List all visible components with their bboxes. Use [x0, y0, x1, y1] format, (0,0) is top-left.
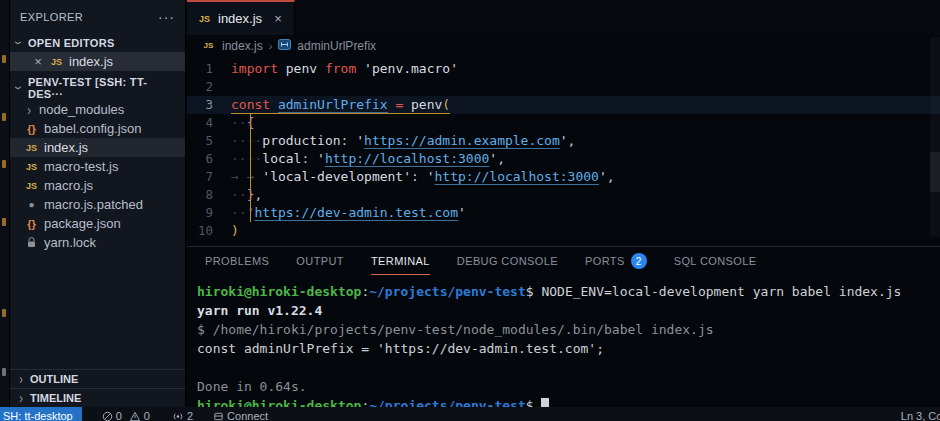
vscode-window: EXPLORER ··· › OPEN EDITORS ×JSindex.js … [0, 0, 940, 421]
close-icon[interactable]: × [32, 54, 44, 69]
line-number: 3 [187, 96, 231, 114]
file-item[interactable]: {}babel.config.json [10, 119, 185, 138]
breadcrumb-file[interactable]: index.js [222, 39, 263, 53]
panel-tab-ports[interactable]: PORTS2 [585, 247, 647, 275]
decoration-mark [2, 368, 6, 376]
file-item[interactable]: yarn.lock [10, 233, 185, 252]
js-file-icon: JS [49, 57, 64, 67]
bottom-panel: PROBLEMSOUTPUTTERMINALDEBUG CONSOLEPORTS… [187, 246, 940, 407]
decoration-mark [2, 55, 6, 63]
panel-tab-output[interactable]: OUTPUT [296, 247, 344, 275]
outline-section[interactable]: › OUTLINE [10, 369, 185, 388]
lock-icon [24, 237, 39, 248]
more-actions-icon[interactable]: ··· [158, 9, 175, 25]
project-section-header[interactable]: › PENV-TEST [SSH: TT-DES··· [10, 79, 185, 97]
line-number: 9 [187, 204, 231, 222]
open-editors-header[interactable]: › OPEN EDITORS [10, 34, 185, 52]
line-number: 6 [187, 150, 231, 168]
chevron-right-icon: › [16, 390, 26, 406]
code-line[interactable]: 10) [187, 222, 940, 240]
editor-tab-bar: JS index.js × [187, 0, 940, 35]
warning-count: 0 [144, 410, 150, 421]
tab-index-js[interactable]: JS index.js × [187, 0, 295, 35]
terminal-line: const adminUrlPrefix = 'https://dev-admi… [197, 339, 940, 358]
file-item[interactable]: JSindex.js [10, 138, 185, 157]
file-label: macro-test.js [44, 159, 118, 174]
panel-tab-terminal[interactable]: TERMINAL [371, 247, 430, 275]
file-item[interactable]: ●macro.js.patched [10, 195, 185, 214]
json-file-icon: {} [24, 123, 39, 135]
code-line[interactable]: 9··'https://dev-admin.test.com' [187, 204, 940, 222]
code-line[interactable]: 5····production: 'https://admin.example.… [187, 132, 940, 150]
terminal-line: hiroki@hiroki-desktop:~/projects/penv-te… [197, 282, 940, 301]
file-item[interactable]: ›node_modules [10, 100, 185, 119]
explorer-sidebar: EXPLORER ··· › OPEN EDITORS ×JSindex.js … [10, 0, 186, 407]
code-line[interactable]: 8··}, [187, 186, 940, 204]
terminal-line [197, 358, 940, 377]
breadcrumb-symbol[interactable]: adminUrlPrefix [297, 39, 376, 53]
dot-file-icon: ● [24, 199, 39, 210]
cursor-position-indicator[interactable]: Ln 3, Col 1 [901, 410, 940, 421]
js-file-icon: JS [24, 143, 39, 153]
code-line[interactable]: 4··{ [187, 114, 940, 132]
terminal[interactable]: hiroki@hiroki-desktop:~/projects/penv-te… [187, 275, 940, 415]
radio-tower-icon [172, 411, 184, 421]
error-count: 0 [116, 410, 122, 421]
remote-ssh-indicator[interactable]: SH: tt-desktop [0, 407, 82, 421]
forwarded-ports-indicator[interactable]: 2 [166, 407, 199, 421]
file-label: index.js [44, 140, 88, 155]
panel-tab-sql-console[interactable]: SQL CONSOLE [674, 247, 757, 275]
file-label: package.json [44, 216, 121, 231]
timeline-section[interactable]: › TIMELINE [10, 388, 185, 407]
file-label: macro.js.patched [44, 197, 143, 212]
file-tree: ›node_modules{}babel.config.jsonJSindex.… [10, 100, 185, 252]
chevron-right-icon: › [16, 371, 26, 387]
file-item[interactable]: JSmacro.js [10, 176, 185, 195]
json-file-icon: {} [24, 218, 39, 230]
file-item[interactable]: JSmacro-test.js [10, 157, 185, 176]
close-icon[interactable]: × [272, 11, 284, 26]
project-label: PENV-TEST [SSH: TT-DES··· [28, 76, 181, 100]
panel-tab-debug-console[interactable]: DEBUG CONSOLE [457, 247, 558, 275]
open-editor-label: index.js [69, 54, 113, 69]
problems-indicator[interactable]: 0 0 [96, 407, 156, 421]
symbol-variable-icon [278, 39, 291, 53]
file-label: macro.js [44, 178, 93, 193]
sidebar-bottom-sections: › OUTLINE › TIMELINE [10, 369, 185, 407]
ports-badge: 2 [631, 253, 647, 269]
sidebar-header: EXPLORER ··· [10, 0, 185, 34]
code-line[interactable]: 6····local: 'http://localhost:3000', [187, 150, 940, 168]
open-editor-item[interactable]: ×JSindex.js [10, 52, 185, 71]
decoration-mark [2, 160, 6, 168]
line-number: 1 [187, 60, 231, 78]
error-icon [102, 411, 113, 421]
decoration-mark [2, 218, 6, 226]
terminal-line: $ /home/hiroki/projects/penv-test/node_m… [197, 320, 940, 339]
chevron-down-icon: › [11, 83, 27, 93]
code-editor[interactable]: 1import penv from 'penv.macro'23const ad… [187, 56, 940, 240]
outline-label: OUTLINE [30, 373, 78, 385]
open-editors-label: OPEN EDITORS [28, 37, 115, 49]
chevron-right-icon: › [269, 40, 273, 52]
code-line[interactable]: 7→ → 'local-development': 'http://localh… [187, 168, 940, 186]
tab-label: index.js [218, 11, 266, 26]
file-item[interactable]: {}package.json [10, 214, 185, 233]
editor-scrollbar[interactable] [930, 37, 940, 237]
js-file-icon: JS [201, 41, 216, 50]
panel-tab-problems[interactable]: PROBLEMS [205, 247, 269, 275]
chevron-down-icon: › [11, 38, 27, 48]
file-label: yarn.lock [44, 235, 96, 250]
decoration-mark [2, 309, 6, 317]
code-line[interactable]: 2 [187, 78, 940, 96]
open-editors-list: ×JSindex.js [10, 52, 185, 71]
code-line[interactable]: 1import penv from 'penv.macro' [187, 60, 940, 78]
js-file-icon: JS [24, 162, 39, 172]
editor-group: JS index.js × JS index.js › adminUrlPref… [187, 0, 940, 246]
warning-icon [129, 411, 141, 421]
js-file-icon: JS [197, 14, 212, 24]
connect-indicator[interactable]: Connect [207, 407, 274, 421]
code-line[interactable]: 3const adminUrlPrefix = penv( [187, 96, 940, 114]
terminal-line: yarn run v1.22.4 [197, 301, 940, 320]
line-number: 8 [187, 186, 231, 204]
database-icon [213, 411, 224, 421]
